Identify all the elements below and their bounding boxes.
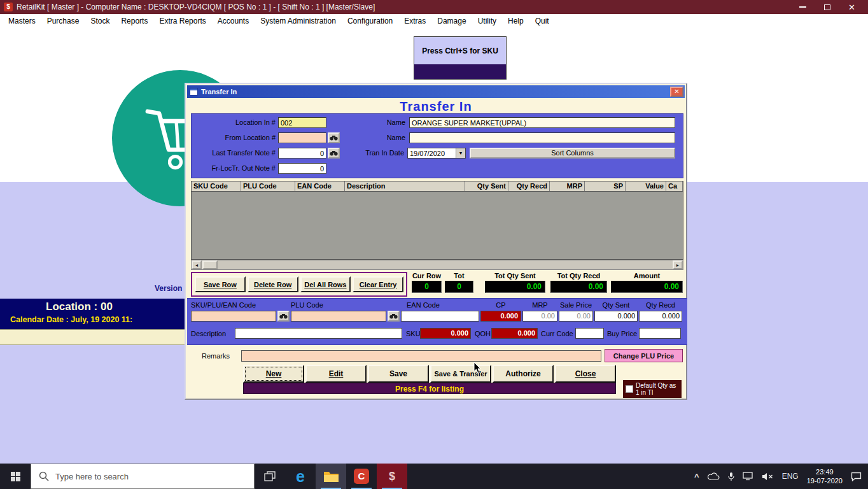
sale-price-label: Sale Price <box>559 301 593 309</box>
default-qty-checkbox[interactable] <box>626 385 633 393</box>
mouse-cursor <box>473 362 482 376</box>
close-button[interactable]: Close <box>555 365 616 383</box>
delete-row-button[interactable]: Delete Row <box>248 276 298 292</box>
col-category: Ca <box>666 181 683 191</box>
menu-extra-reports[interactable]: Extra Reports <box>153 15 211 27</box>
description-label: Description <box>191 330 226 337</box>
volume-muted-icon[interactable] <box>762 472 774 481</box>
from-location-lookup-button[interactable] <box>328 132 340 143</box>
notification-center-icon[interactable] <box>851 472 862 481</box>
col-description: Description <box>345 181 465 191</box>
qty-sent-label: Qty Sent <box>594 301 638 309</box>
items-table-body[interactable] <box>191 192 683 260</box>
save-button[interactable]: Save <box>368 365 429 383</box>
dialog-titlebar[interactable]: Transfer In ✕ <box>187 85 685 98</box>
qty-recd-label: Qty Recd <box>639 301 682 309</box>
minimize-icon[interactable] <box>799 6 806 8</box>
last-transfer-note-input[interactable] <box>278 148 326 159</box>
chevron-down-icon[interactable]: ▼ <box>456 148 465 158</box>
authorize-button[interactable]: Authorize <box>493 365 554 383</box>
fr-loctr-out-note-input[interactable] <box>278 163 326 174</box>
binoculars-icon <box>330 135 338 141</box>
col-sp: SP <box>585 181 626 191</box>
onedrive-cloud-icon[interactable] <box>708 472 720 481</box>
dialog-close-icon[interactable]: ✕ <box>670 87 683 97</box>
buy-price-input[interactable] <box>639 328 681 339</box>
menu-quit[interactable]: Quit <box>529 15 555 27</box>
qty-recd-input[interactable]: 0.000 <box>639 311 682 322</box>
microphone-icon[interactable] <box>728 472 734 481</box>
menu-configuration[interactable]: Configuration <box>342 15 398 27</box>
retailkit-taskbar-button[interactable]: $ <box>377 464 407 489</box>
horizontal-scrollbar[interactable]: ◄ ► <box>191 260 683 270</box>
calendar-date-text: Calendar Date : July, 19 2020 11: <box>0 313 185 324</box>
taskbar-clock[interactable]: 23:49 19-07-2020 <box>807 467 843 486</box>
name1-input[interactable] <box>409 117 675 128</box>
menu-purchase[interactable]: Purchase <box>41 15 85 27</box>
new-button[interactable]: New <box>243 365 304 383</box>
description-input[interactable] <box>235 328 402 339</box>
close-icon[interactable]: ✕ <box>848 3 855 11</box>
edit-button[interactable]: Edit <box>305 365 367 383</box>
col-qty-sent: Qty Sent <box>465 181 508 191</box>
folder-icon <box>323 471 339 483</box>
scrollbar-thumb[interactable] <box>202 260 218 269</box>
tran-in-date-picker[interactable]: 19/07/2020 ▼ <box>407 148 466 159</box>
scroll-right-icon[interactable]: ► <box>673 260 683 269</box>
menu-system-administration[interactable]: System Administration <box>255 15 342 27</box>
sku-shortcut-panel[interactable]: Press Ctrl+S for SKU <box>414 36 507 80</box>
menu-damage[interactable]: Damage <box>431 15 472 27</box>
default-qty-option: Default Qty as 1 in TI <box>623 380 682 398</box>
tray-expand-icon[interactable]: ^ <box>694 472 699 481</box>
clear-entry-button[interactable]: Clear Entry <box>353 276 403 292</box>
items-table-header: SKU Code PLU Code EAN Code Description Q… <box>191 181 683 192</box>
menu-reports[interactable]: Reports <box>115 15 153 27</box>
menu-stock[interactable]: Stock <box>85 15 115 27</box>
file-explorer-button[interactable] <box>316 464 346 489</box>
plu-code-input[interactable] <box>291 311 386 322</box>
menu-masters[interactable]: Masters <box>3 15 41 27</box>
ean-code-input[interactable] <box>401 311 479 322</box>
col-value: Value <box>626 181 666 191</box>
screen: $ RetailKit [ Master ] - Computer Name :… <box>0 0 868 489</box>
edge-button[interactable]: e <box>285 464 316 489</box>
edge-icon: e <box>296 469 305 485</box>
retailkit-icon: $ <box>389 470 395 483</box>
sku-plu-ean-input[interactable] <box>191 311 276 322</box>
scroll-left-icon[interactable]: ◄ <box>192 260 202 269</box>
sort-columns-button[interactable]: Sort Columns <box>470 148 675 159</box>
menu-bar: Masters Purchase Stock Reports Extra Rep… <box>0 14 868 28</box>
sale-price-value[interactable]: 0.00 <box>559 311 593 322</box>
sku-shortcut-label: Press Ctrl+S for SKU <box>414 37 506 64</box>
camtasia-button[interactable]: C <box>346 464 377 489</box>
last-transfer-note-label: Last Transfer Note # <box>192 149 276 157</box>
from-location-input[interactable] <box>278 132 326 143</box>
name2-input[interactable] <box>409 132 675 143</box>
mrp-value[interactable]: 0.00 <box>522 311 557 322</box>
qty-sent-input[interactable]: 0.000 <box>594 311 638 322</box>
start-button[interactable] <box>0 464 31 489</box>
menu-extras[interactable]: Extras <box>398 15 431 27</box>
change-plu-price-button[interactable]: Change PLU Price <box>605 349 683 362</box>
plu-lookup-button[interactable] <box>388 311 400 322</box>
curr-code-input[interactable] <box>575 328 604 339</box>
amount-value: 0.00 <box>611 281 683 293</box>
location-in-input[interactable] <box>278 117 326 128</box>
sku-lookup-button[interactable] <box>277 311 290 322</box>
action-buttons-group: New Edit Save Save & Transfer Authorize … <box>243 365 616 383</box>
menu-accounts[interactable]: Accounts <box>212 15 255 27</box>
menu-help[interactable]: Help <box>502 15 529 27</box>
network-display-icon[interactable] <box>743 472 753 481</box>
location-in-label: Location In # <box>192 118 276 126</box>
sku-plu-ean-label: SKU/PLU/EAN Code <box>191 301 256 309</box>
task-view-button[interactable] <box>255 464 285 489</box>
maximize-icon[interactable] <box>824 4 830 10</box>
menu-utility[interactable]: Utility <box>472 15 502 27</box>
last-transfer-note-lookup-button[interactable] <box>328 148 340 159</box>
taskbar-search[interactable]: Type here to search <box>31 464 255 489</box>
language-indicator[interactable]: ENG <box>782 472 799 481</box>
col-sku-code: SKU Code <box>192 181 241 191</box>
remarks-input[interactable] <box>241 350 601 362</box>
del-all-rows-button[interactable]: Del All Rows <box>300 276 351 292</box>
save-row-button[interactable]: Save Row <box>195 276 246 292</box>
